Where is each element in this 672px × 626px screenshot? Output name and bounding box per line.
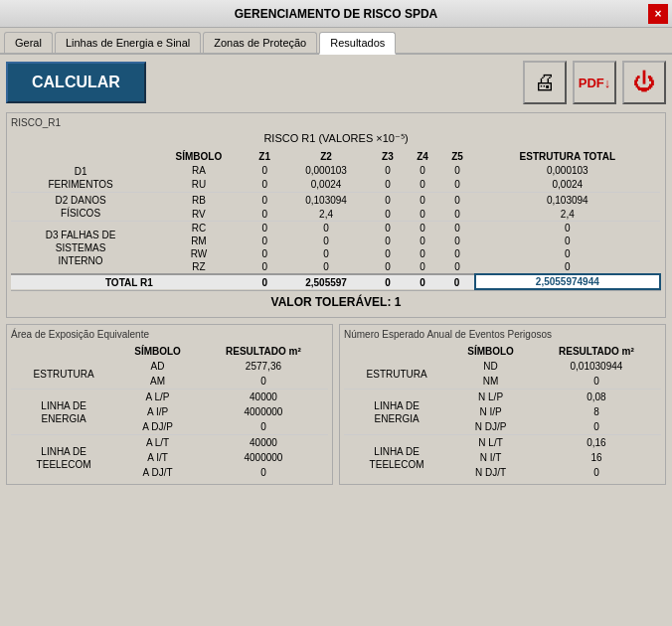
list-item: LINHA DE ENERGIAA L/P40000 [11,390,328,405]
eventos-col-group [344,344,449,359]
cell-symbol: RW [150,247,248,260]
panel-value: 0,01030944 [532,359,661,374]
cell-total: 0,103094 [475,193,660,208]
col-z1: Z1 [248,149,282,164]
cell-symbol: RA [150,164,248,178]
panel-symbol: N DJ/P [449,419,532,435]
cell-total: 0,000103 [475,164,660,178]
cell-total: 0 [475,222,660,235]
cell-z3: 0 [370,260,405,274]
total-cell-z4: 0 [405,274,439,289]
tab-linhas[interactable]: Linhas de Energia e Sinal [55,32,201,53]
cell-z4: 0 [405,164,439,178]
list-item: ESTRUTURAND0,01030944 [344,359,661,374]
total-cell-z2: 2,505597 [282,274,371,289]
cell-symbol: RZ [150,260,248,274]
cell-z3: 0 [370,247,405,260]
panel-symbol: A L/T [116,435,199,451]
area-table: SÍMBOLO RESULTADO m² ESTRUTURAAD2577,36A… [11,344,328,480]
col-group [11,149,150,164]
risco-table: SÍMBOLO Z1 Z2 Z3 Z4 Z5 ESTRUTURA TOTAL D… [11,149,661,290]
cell-z3: 0 [370,164,405,178]
panel-symbol: N I/T [449,450,532,465]
table-row: D2 DANOS FÍSICOSRB00,1030940000,103094 [11,193,660,208]
panel-value: 0,08 [532,390,661,405]
cell-z3: 0 [370,207,405,222]
cell-z2: 2,4 [282,207,371,222]
bottom-panels: Área de Exposição Equivalente SÍMBOLO RE… [6,324,666,485]
total-cell-z5: 0 [440,274,475,289]
close-button[interactable]: × [648,4,668,24]
risco-section-title: RISCO_R1 [11,117,661,128]
panel-symbol: A I/P [116,404,199,419]
cell-z3: 0 [370,193,405,208]
panel-value: 0 [532,419,661,435]
cell-total: 2,4 [475,207,660,222]
cell-z1: 0 [248,193,282,208]
cell-z1: 0 [248,260,282,274]
cell-symbol: RU [150,178,248,193]
cell-z2: 0,0024 [282,178,371,193]
panel-symbol: AM [116,374,199,390]
table-row: D3 FALHAS DE SISTEMAS INTERNORC000000 [11,222,660,235]
app-title: GERENCIAMENTO DE RISCO SPDA [235,7,437,21]
total-cell-total: 2,5055974944 [475,274,660,289]
title-bar: GERENCIAMENTO DE RISCO SPDA × [0,0,672,28]
list-item: ESTRUTURAAD2577,36 [11,359,328,374]
cell-z2: 0 [282,247,371,260]
panel-symbol: A L/P [116,390,199,405]
risco-table-title: RISCO R1 (VALORES ×10⁻⁵) [11,132,661,145]
risco-table-header: SÍMBOLO Z1 Z2 Z3 Z4 Z5 ESTRUTURA TOTAL [11,149,660,164]
total-cell-z3: 0 [370,274,405,289]
cell-z1: 0 [248,247,282,260]
list-item: LINHA DE TEELECOMA L/T40000 [11,435,328,451]
panel-symbol: N I/P [449,404,532,419]
tab-resultados[interactable]: Resultados [319,32,396,55]
panel-value: 40000 [199,435,328,451]
main-content: CALCULAR 🖨 PDF↓ ⏻ RISCO_R1 RISCO R1 (VAL… [0,55,672,491]
panel-group-label: LINHA DE TEELECOM [344,435,449,481]
panel-symbol: NM [449,374,532,390]
col-z3: Z3 [370,149,405,164]
panel-value: 0 [532,465,661,480]
row-group-label: D1 FERIMENTOS [11,164,150,193]
panel-group-label: LINHA DE ENERGIA [11,390,116,435]
panel-value: 2577,36 [199,359,328,374]
list-item: LINHA DE TEELECOMN L/T0,16 [344,435,661,451]
cell-z1: 0 [248,164,282,178]
cell-z5: 0 [440,178,475,193]
cell-z5: 0 [440,193,475,208]
cell-z4: 0 [405,222,439,235]
cell-symbol: RC [150,222,248,235]
cell-z4: 0 [405,260,439,274]
row-group-label: D3 FALHAS DE SISTEMAS INTERNO [11,222,150,275]
cell-total: 0 [475,235,660,247]
power-button[interactable]: ⏻ [622,61,666,104]
cell-z2: 0 [282,222,371,235]
cell-z1: 0 [248,178,282,193]
panel-symbol: AD [116,359,199,374]
cell-symbol: RB [150,193,248,208]
tab-geral[interactable]: Geral [4,32,53,53]
cell-z5: 0 [440,247,475,260]
cell-z2: 0 [282,235,371,247]
power-icon: ⏻ [633,70,655,95]
cell-z4: 0 [405,193,439,208]
tab-bar: Geral Linhas de Energia e Sinal Zonas de… [0,28,672,55]
col-z2: Z2 [282,149,371,164]
pdf-button[interactable]: PDF↓ [573,61,616,104]
panel-value: 8 [532,404,661,419]
print-button[interactable]: 🖨 [523,61,567,104]
panel-value: 0 [199,465,328,480]
panel-value: 4000000 [199,450,328,465]
tab-zonas[interactable]: Zonas de Proteção [203,32,317,53]
cell-z5: 0 [440,164,475,178]
col-total: ESTRUTURA TOTAL [475,149,660,164]
panel-symbol: A DJ/P [116,419,199,435]
calcular-button[interactable]: CALCULAR [6,62,146,103]
cell-z4: 0 [405,178,439,193]
col-z5: Z5 [440,149,475,164]
panel-value: 4000000 [199,404,328,419]
cell-z4: 0 [405,247,439,260]
panel-symbol: N L/T [449,435,532,451]
